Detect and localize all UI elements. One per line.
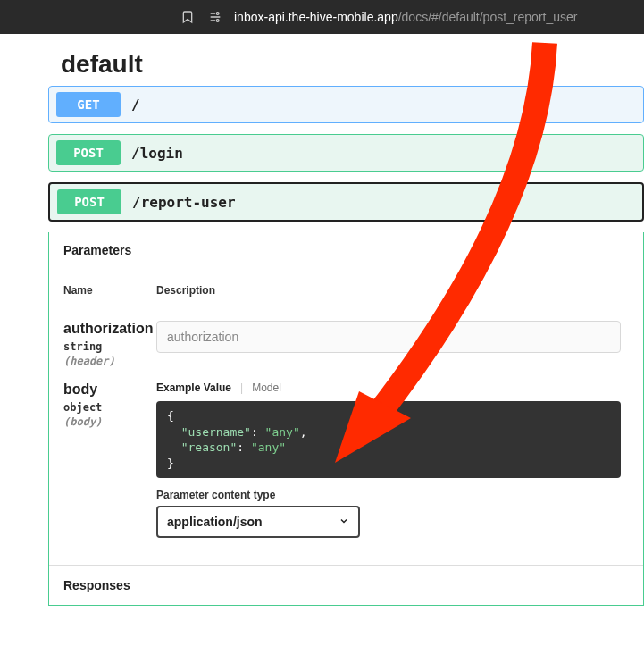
authorization-input[interactable] [156, 321, 621, 353]
endpoint-get-root[interactable]: GET / [48, 86, 644, 123]
endpoint-post-report-user[interactable]: POST /report-user [48, 182, 644, 222]
code-value: "any" [251, 440, 286, 454]
th-description: Description [156, 284, 215, 297]
parameters-table: Name Description authorization string (h… [49, 268, 643, 565]
endpoint-details-panel: Parameters Name Description authorizatio… [48, 232, 644, 606]
param-input-col [156, 321, 629, 353]
param-name: authorization [63, 321, 153, 336]
tab-example-value[interactable]: Example Value [156, 382, 231, 394]
content-type-select-wrap: application/json [156, 506, 360, 538]
param-meta: authorization string (header) [63, 321, 156, 367]
method-badge-get: GET [56, 92, 121, 117]
tab-divider: | [240, 382, 243, 394]
url-path: /docs/#/default/post_report_user [398, 10, 578, 24]
content-type-label: Parameter content type [156, 489, 629, 501]
url-bar[interactable]: inbox-api.the-hive-mobile.app/docs/#/def… [234, 10, 577, 24]
svg-point-1 [216, 20, 219, 22]
code-value: "any" [265, 425, 300, 439]
th-name: Name [63, 284, 156, 297]
param-body-col: Example Value | Model { "username": "any… [156, 382, 629, 538]
endpoint-path: /login [131, 145, 183, 162]
responses-heading: Responses [49, 565, 643, 605]
method-badge-post: POST [57, 189, 121, 214]
param-type: string [63, 340, 156, 353]
param-type: object [63, 401, 156, 414]
endpoint-path: / [131, 96, 140, 113]
param-name: body [63, 382, 97, 397]
endpoint-path: /report-user [132, 194, 236, 211]
param-row-body: body object (body) Example Value | Model… [63, 367, 629, 538]
param-location: (header) [63, 355, 156, 367]
param-meta: body object (body) [63, 382, 156, 428]
url-host: inbox-api.the-hive-mobile.app [234, 10, 398, 24]
bookmark-icon[interactable] [179, 8, 197, 26]
example-tabs: Example Value | Model [156, 382, 629, 394]
example-body-code[interactable]: { "username": "any", "reason": "any" } [156, 401, 621, 478]
endpoint-post-login[interactable]: POST /login [48, 134, 644, 172]
main-content: default GET / POST /login POST /report-u… [0, 34, 644, 606]
tab-model[interactable]: Model [252, 382, 281, 394]
method-badge-post: POST [56, 140, 121, 165]
parameters-heading: Parameters [49, 232, 643, 268]
page-title: default [48, 43, 644, 86]
table-header-row: Name Description [63, 268, 629, 306]
svg-point-0 [216, 13, 219, 15]
browser-bar: inbox-api.the-hive-mobile.app/docs/#/def… [0, 0, 644, 34]
param-row-authorization: authorization string (header) [63, 306, 629, 367]
site-settings-icon[interactable] [207, 9, 223, 25]
content-type-select[interactable]: application/json [156, 506, 360, 538]
param-location: (body) [63, 415, 156, 428]
